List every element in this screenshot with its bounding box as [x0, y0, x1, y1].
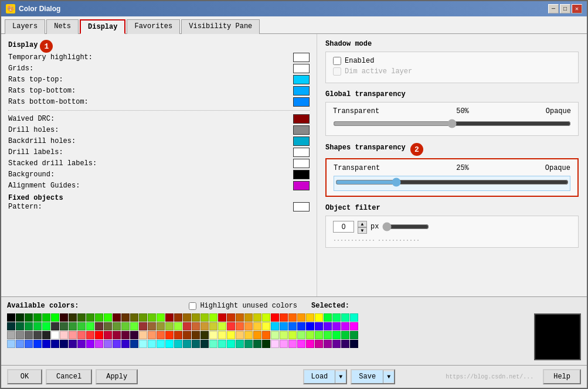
- palette-cell[interactable]: [332, 340, 341, 348]
- palette-cell[interactable]: [86, 331, 94, 339]
- ok-button[interactable]: OK: [7, 369, 42, 384]
- palette-cell[interactable]: [139, 313, 147, 322]
- palette-cell[interactable]: [271, 322, 279, 330]
- shapes-transparency-slider[interactable]: [335, 178, 569, 187]
- palette-cell[interactable]: [236, 322, 244, 330]
- maximize-button[interactable]: □: [560, 4, 570, 13]
- palette-cell[interactable]: [121, 313, 130, 322]
- palette-cell[interactable]: [253, 331, 261, 339]
- palette-cell[interactable]: [69, 313, 77, 322]
- palette-cell[interactable]: [69, 331, 77, 339]
- palette-cell[interactable]: [288, 331, 297, 339]
- palette-cell[interactable]: [350, 322, 358, 330]
- palette-cell[interactable]: [42, 340, 50, 348]
- palette-cell[interactable]: [121, 340, 130, 348]
- palette-cell[interactable]: [244, 331, 253, 339]
- palette-cell[interactable]: [306, 340, 314, 348]
- palette-cell[interactable]: [183, 340, 191, 348]
- palette-cell[interactable]: [315, 322, 323, 330]
- rats-tb-swatch[interactable]: [293, 86, 310, 95]
- palette-cell[interactable]: [148, 313, 156, 322]
- tab-visibility[interactable]: Visibility Pane: [181, 19, 260, 34]
- palette-cell[interactable]: [157, 322, 165, 330]
- palette-cell[interactable]: [288, 322, 297, 330]
- palette-cell[interactable]: [33, 340, 42, 348]
- palette-cell[interactable]: [16, 331, 24, 339]
- palette-cell[interactable]: [139, 322, 147, 330]
- palette-cell[interactable]: [121, 322, 130, 330]
- palette-cell[interactable]: [157, 331, 165, 339]
- palette-cell[interactable]: [33, 331, 42, 339]
- palette-cell[interactable]: [130, 322, 138, 330]
- palette-cell[interactable]: [227, 322, 235, 330]
- palette-cell[interactable]: [306, 331, 314, 339]
- palette-cell[interactable]: [218, 313, 226, 322]
- palette-cell[interactable]: [288, 313, 297, 322]
- palette-cell[interactable]: [7, 331, 15, 339]
- palette-cell[interactable]: [113, 322, 121, 330]
- palette-cell[interactable]: [174, 331, 182, 339]
- palette-cell[interactable]: [77, 340, 86, 348]
- highlight-checkbox[interactable]: [189, 302, 196, 310]
- palette-cell[interactable]: [209, 340, 217, 348]
- palette-cell[interactable]: [16, 340, 24, 348]
- palette-cell[interactable]: [200, 322, 209, 330]
- palette-cell[interactable]: [60, 322, 68, 330]
- palette-cell[interactable]: [244, 313, 253, 322]
- spin-up[interactable]: ▲: [358, 221, 367, 227]
- palette-cell[interactable]: [236, 313, 244, 322]
- palette-cell[interactable]: [200, 340, 209, 348]
- tab-layers[interactable]: Layers: [5, 19, 45, 34]
- palette-cell[interactable]: [341, 331, 349, 339]
- palette-cell[interactable]: [315, 313, 323, 322]
- palette-cell[interactable]: [69, 322, 77, 330]
- palette-cell[interactable]: [77, 331, 86, 339]
- palette-cell[interactable]: [95, 331, 103, 339]
- palette-cell[interactable]: [165, 322, 174, 330]
- palette-cell[interactable]: [324, 331, 332, 339]
- palette-cell[interactable]: [227, 340, 235, 348]
- palette-cell[interactable]: [60, 313, 68, 322]
- dim-checkbox[interactable]: [333, 67, 341, 76]
- palette-cell[interactable]: [130, 313, 138, 322]
- palette-cell[interactable]: [288, 340, 297, 348]
- palette-cell[interactable]: [33, 322, 42, 330]
- palette-cell[interactable]: [297, 331, 305, 339]
- palette-cell[interactable]: [280, 322, 288, 330]
- palette-cell[interactable]: [7, 322, 15, 330]
- palette-cell[interactable]: [227, 331, 235, 339]
- drill-labels-swatch[interactable]: [293, 148, 310, 157]
- palette-cell[interactable]: [209, 322, 217, 330]
- apply-button[interactable]: Apply: [96, 369, 138, 384]
- save-dropdown[interactable]: Save ▼: [351, 369, 395, 384]
- palette-cell[interactable]: [25, 331, 33, 339]
- pattern-swatch[interactable]: [293, 202, 310, 211]
- palette-cell[interactable]: [104, 313, 112, 322]
- palette-cell[interactable]: [16, 322, 24, 330]
- tab-nets[interactable]: Nets: [46, 19, 79, 34]
- palette-cell[interactable]: [165, 313, 174, 322]
- palette-cell[interactable]: [341, 313, 349, 322]
- palette-cell[interactable]: [51, 313, 59, 322]
- global-transparency-slider[interactable]: [333, 119, 571, 128]
- palette-cell[interactable]: [42, 322, 50, 330]
- palette-cell[interactable]: [253, 313, 261, 322]
- palette-cell[interactable]: [209, 331, 217, 339]
- palette-cell[interactable]: [25, 313, 33, 322]
- palette-cell[interactable]: [7, 340, 15, 348]
- drill-holes-swatch[interactable]: [293, 125, 310, 135]
- palette-cell[interactable]: [113, 313, 121, 322]
- tab-display[interactable]: Display: [80, 19, 125, 34]
- load-arrow[interactable]: ▼: [335, 371, 346, 383]
- palette-cell[interactable]: [183, 322, 191, 330]
- palette-cell[interactable]: [350, 331, 358, 339]
- palette-cell[interactable]: [200, 313, 209, 322]
- palette-cell[interactable]: [25, 322, 33, 330]
- palette-cell[interactable]: [33, 313, 42, 322]
- palette-cell[interactable]: [86, 313, 94, 322]
- palette-cell[interactable]: [104, 322, 112, 330]
- palette-cell[interactable]: [209, 313, 217, 322]
- tab-favorites[interactable]: Favorites: [127, 19, 180, 34]
- cancel-button[interactable]: Cancel: [46, 369, 92, 384]
- palette-cell[interactable]: [332, 313, 341, 322]
